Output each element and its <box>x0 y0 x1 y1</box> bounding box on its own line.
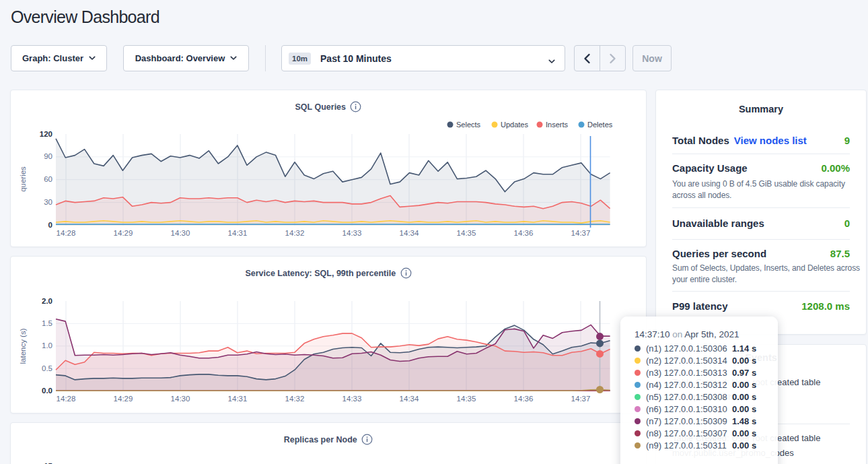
svg-text:queries: queries <box>19 166 27 192</box>
svg-text:14:29: 14:29 <box>114 229 133 237</box>
svg-text:14:37: 14:37 <box>571 229 591 237</box>
svg-text:Inserts: Inserts <box>546 121 569 129</box>
svg-text:14:37: 14:37 <box>571 395 591 403</box>
svg-text:14:34: 14:34 <box>400 229 419 237</box>
svg-text:14:31: 14:31 <box>228 395 248 403</box>
svg-text:14:30: 14:30 <box>171 395 190 403</box>
svg-text:14:33: 14:33 <box>342 229 362 237</box>
svg-text:0.5: 0.5 <box>42 364 52 372</box>
svg-text:60: 60 <box>44 175 52 183</box>
svg-text:14:28: 14:28 <box>57 229 76 237</box>
svg-text:Selects: Selects <box>456 121 481 129</box>
svg-text:14:29: 14:29 <box>114 395 133 403</box>
svg-text:1.5: 1.5 <box>42 319 52 327</box>
svg-text:14:35: 14:35 <box>457 229 476 237</box>
svg-text:14:36: 14:36 <box>514 229 534 237</box>
svg-text:0: 0 <box>48 221 52 229</box>
svg-text:14:36: 14:36 <box>514 395 534 403</box>
svg-text:14:32: 14:32 <box>285 229 305 237</box>
svg-text:14:30: 14:30 <box>171 229 190 237</box>
svg-text:latency (s): latency (s) <box>19 328 27 364</box>
svg-text:14:31: 14:31 <box>228 229 248 237</box>
svg-text:14:33: 14:33 <box>342 395 362 403</box>
svg-text:Updates: Updates <box>501 121 528 129</box>
svg-text:14:32: 14:32 <box>285 395 305 403</box>
svg-text:14:35: 14:35 <box>457 395 476 403</box>
svg-text:14:28: 14:28 <box>57 395 76 403</box>
svg-text:0.0: 0.0 <box>42 387 52 395</box>
svg-text:14:34: 14:34 <box>400 395 419 403</box>
svg-text:90: 90 <box>44 152 52 160</box>
svg-text:120: 120 <box>40 130 52 138</box>
svg-text:Deletes: Deletes <box>587 121 613 129</box>
svg-text:1.0: 1.0 <box>42 341 52 350</box>
svg-text:30: 30 <box>44 198 52 206</box>
svg-text:2.0: 2.0 <box>42 297 52 305</box>
